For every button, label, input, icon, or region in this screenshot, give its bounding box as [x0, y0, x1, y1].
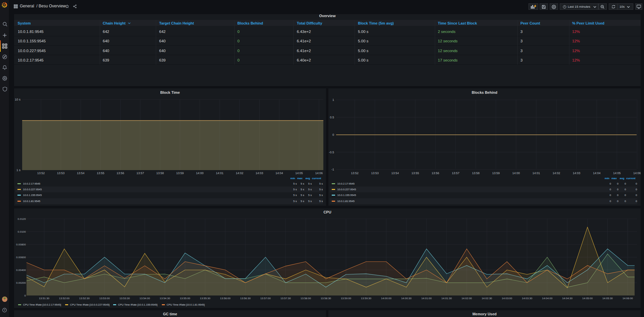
svg-text:14:03: 14:03	[573, 171, 581, 175]
svg-text:13:57: 13:57	[136, 171, 144, 175]
svg-text:14:04:00: 14:04:00	[542, 297, 553, 300]
svg-text:14:03: 14:03	[256, 171, 263, 175]
svg-text:14:03:30: 14:03:30	[522, 297, 533, 300]
svg-text:13:53: 13:53	[371, 171, 379, 175]
svg-text:13:58:00: 13:58:00	[301, 297, 311, 300]
svg-text:13:59:30: 13:59:30	[361, 297, 372, 300]
svg-text:14:01: 14:01	[533, 171, 540, 175]
svg-text:13:53: 13:53	[57, 171, 65, 175]
svg-text:14:05:30: 14:05:30	[602, 297, 613, 300]
svg-text:1: 1	[332, 98, 334, 102]
svg-text:14:05: 14:05	[613, 171, 621, 175]
svg-text:13:56:00: 13:56:00	[220, 297, 231, 300]
svg-text:14:03:00: 14:03:00	[502, 297, 512, 300]
svg-text:13:59: 13:59	[492, 171, 500, 175]
svg-text:13:58: 13:58	[472, 171, 480, 175]
svg-text:13:59:00: 13:59:00	[341, 297, 352, 300]
svg-text:0.0120: 0.0120	[18, 217, 26, 221]
svg-text:14:00:30: 14:00:30	[401, 297, 412, 300]
svg-text:13:57:00: 13:57:00	[260, 297, 271, 300]
svg-text:-0.5: -0.5	[329, 151, 334, 154]
svg-text:14:06:00: 14:06:00	[623, 297, 633, 300]
svg-text:13:55: 13:55	[97, 171, 104, 175]
svg-text:14:05:00: 14:05:00	[582, 297, 593, 300]
svg-text:0.5: 0.5	[330, 116, 334, 119]
svg-text:14:00: 14:00	[512, 171, 520, 175]
svg-text:13:55:30: 13:55:30	[200, 297, 211, 300]
svg-text:13:52: 13:52	[37, 171, 45, 175]
svg-text:14:01: 14:01	[216, 171, 224, 175]
svg-text:13:56:30: 13:56:30	[240, 297, 251, 300]
svg-text:13:54: 13:54	[77, 171, 85, 175]
svg-text:14:04: 14:04	[593, 171, 601, 175]
svg-text:13:52:00: 13:52:00	[59, 297, 70, 300]
svg-text:14:00: 14:00	[196, 171, 204, 175]
svg-text:0.00600: 0.00600	[16, 256, 26, 259]
svg-text:-1: -1	[331, 168, 334, 171]
svg-text:14:06: 14:06	[633, 171, 641, 175]
svg-text:0.0100: 0.0100	[18, 230, 26, 233]
svg-text:13:52: 13:52	[351, 171, 359, 175]
svg-text:13:57:30: 13:57:30	[280, 297, 291, 300]
svg-text:0.00800: 0.00800	[16, 243, 26, 246]
svg-text:13:53:00: 13:53:00	[99, 297, 110, 300]
svg-text:14:02: 14:02	[236, 171, 243, 175]
svg-text:13:58:30: 13:58:30	[321, 297, 331, 300]
svg-text:13:57: 13:57	[452, 171, 460, 175]
svg-text:14:05: 14:05	[295, 171, 303, 175]
svg-text:14:04: 14:04	[275, 171, 283, 175]
svg-text:13:51:30: 13:51:30	[39, 297, 50, 300]
svg-text:13:56: 13:56	[432, 171, 440, 175]
svg-text:14:01:00: 14:01:00	[421, 297, 432, 300]
svg-text:13:52:30: 13:52:30	[79, 297, 90, 300]
svg-text:?: ?	[4, 309, 5, 312]
svg-text:1 s: 1 s	[16, 168, 21, 172]
svg-text:10 s: 10 s	[15, 98, 21, 101]
svg-text:14:02:00: 14:02:00	[461, 297, 472, 300]
svg-text:13:54:00: 13:54:00	[140, 297, 150, 300]
svg-text:13:59: 13:59	[176, 171, 184, 175]
svg-text:13:54:30: 13:54:30	[160, 297, 171, 300]
svg-text:0: 0	[332, 133, 334, 136]
svg-text:13:56: 13:56	[117, 171, 124, 175]
svg-text:0: 0	[25, 294, 26, 297]
svg-text:13:53:30: 13:53:30	[120, 297, 130, 300]
svg-text:13:58: 13:58	[156, 171, 164, 175]
svg-text:13:54: 13:54	[391, 171, 399, 175]
svg-text:13:55: 13:55	[412, 171, 419, 175]
svg-text:14:01:30: 14:01:30	[442, 297, 452, 300]
svg-text:13:55:00: 13:55:00	[180, 297, 190, 300]
svg-text:14:04:30: 14:04:30	[562, 297, 573, 300]
svg-text:14:06: 14:06	[315, 171, 323, 175]
svg-text:14:02:30: 14:02:30	[481, 297, 492, 300]
svg-text:14:00:00: 14:00:00	[381, 297, 392, 300]
svg-text:0.00200: 0.00200	[16, 281, 26, 284]
svg-text:0.00400: 0.00400	[16, 269, 26, 272]
svg-text:14:02: 14:02	[553, 171, 560, 175]
